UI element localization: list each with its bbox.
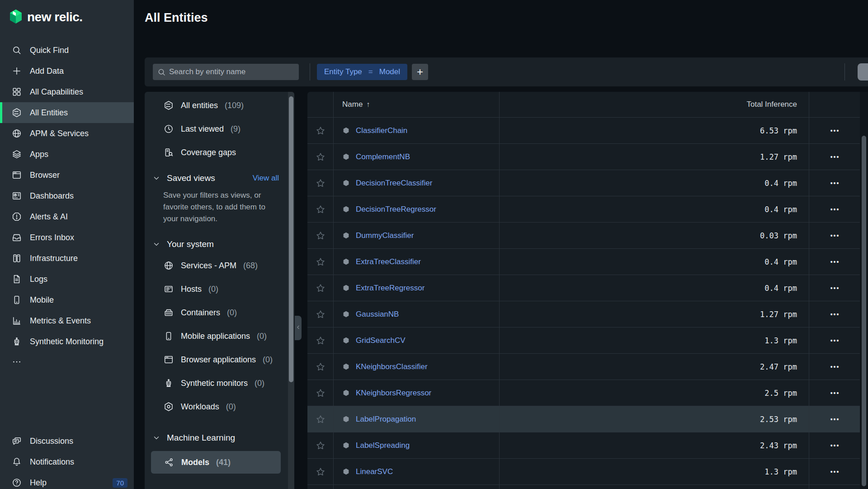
row-actions-button[interactable]: ••• — [809, 249, 868, 275]
sidebar-item-synthetic-monitoring[interactable]: Synthetic Monitoring — [0, 331, 134, 352]
sidebar-item-browser[interactable]: Browser — [0, 165, 134, 185]
filter-panel-scrollbar[interactable] — [288, 92, 294, 489]
sidebar-item-logs[interactable]: Logs — [0, 269, 134, 290]
favorite-star-icon[interactable] — [307, 432, 334, 458]
table-header-row: Name ↑ Total Inference — [307, 92, 868, 118]
favorite-star-icon[interactable] — [307, 354, 334, 380]
sidebar-item-errors-inbox[interactable]: Errors Inbox — [0, 227, 134, 248]
browser-window-icon — [163, 354, 174, 365]
sidebar-item-all-entities[interactable]: All Entities — [0, 102, 134, 123]
entity-link[interactable]: DummyClassifier — [356, 231, 414, 240]
favorite-star-icon[interactable] — [307, 118, 334, 143]
entity-type-filter-chip[interactable]: Entity Type = Model — [317, 64, 407, 80]
favorite-star-icon[interactable] — [307, 301, 334, 327]
entity-link[interactable]: ComplementNB — [356, 152, 410, 161]
row-actions-button[interactable]: ••• — [809, 328, 868, 353]
filter-item-coverage-gaps[interactable]: Coverage gaps — [145, 141, 288, 164]
saved-views-section-header[interactable]: Saved views View all — [145, 169, 288, 188]
entity-link[interactable]: ExtraTreeClassifier — [356, 257, 421, 266]
favorite-star-icon[interactable] — [307, 223, 334, 248]
row-actions-button[interactable]: ••• — [809, 196, 868, 222]
layers-icon — [11, 149, 22, 160]
row-actions-button[interactable]: ••• — [809, 275, 868, 301]
favorite-star-icon[interactable] — [307, 380, 334, 406]
entity-name-cell: LabelSpreading — [334, 432, 500, 458]
entity-link[interactable]: LabelPropagation — [356, 415, 416, 424]
view-all-link[interactable]: View all — [253, 174, 279, 183]
entity-link[interactable]: ExtraTreeRegressor — [356, 284, 425, 293]
favorite-star-icon[interactable] — [307, 249, 334, 275]
favorite-star-icon[interactable] — [307, 196, 334, 222]
favorite-star-icon[interactable] — [307, 144, 334, 170]
filter-item-all-entities[interactable]: All entities(109) — [145, 94, 288, 117]
filter-item-last-viewed[interactable]: Last viewed(9) — [145, 117, 288, 141]
favorite-star-icon[interactable] — [307, 328, 334, 353]
favorite-star-icon[interactable] — [307, 459, 334, 484]
sidebar-item-help[interactable]: Help70 — [0, 472, 134, 489]
filter-panel-scrollbar-thumb[interactable] — [289, 96, 293, 382]
row-actions-button[interactable]: ••• — [809, 301, 868, 327]
row-actions-button[interactable]: ••• — [809, 432, 868, 458]
entity-name-cell: GaussianNB — [334, 301, 500, 327]
model-hexagon-icon — [342, 415, 350, 423]
filter-item-mobile-applications[interactable]: Mobile applications(0) — [145, 324, 288, 348]
filter-item-containers[interactable]: Containers(0) — [145, 301, 288, 324]
brand-logo[interactable]: new relic. — [0, 0, 134, 34]
favorite-star-icon[interactable] — [307, 406, 334, 432]
entity-link[interactable]: GaussianNB — [356, 310, 399, 319]
table-scrollbar-thumb[interactable] — [862, 136, 866, 486]
row-actions-button[interactable]: ••• — [809, 118, 868, 143]
row-actions-button[interactable]: ••• — [809, 144, 868, 170]
sidebar-item-dashboards[interactable]: Dashboards — [0, 185, 134, 206]
add-filter-button[interactable]: + — [412, 64, 428, 80]
favorite-star-icon[interactable] — [307, 170, 334, 196]
machine-learning-section-header[interactable]: Machine Learning — [145, 428, 288, 447]
entity-link[interactable]: GridSearchCV — [356, 336, 406, 345]
filter-item-label: All entities — [181, 101, 218, 110]
filter-item-workloads[interactable]: Workloads(0) — [145, 395, 288, 418]
total-inference-cell: 2.53 rpm — [500, 406, 809, 432]
entity-link[interactable]: ClassifierChain — [356, 126, 407, 135]
sidebar-item-apm-services[interactable]: APM & Services — [0, 123, 134, 144]
entity-link[interactable]: KNeighborsClassifier — [356, 362, 428, 371]
sidebar-item-alerts-ai[interactable]: Alerts & AI — [0, 206, 134, 227]
entity-link[interactable]: DecisionTreeRegressor — [356, 205, 436, 214]
sidebar-item-apps[interactable]: Apps — [0, 144, 134, 165]
total-inference-column-header[interactable]: Total Inference — [500, 92, 809, 117]
sidebar-item-quick-find[interactable]: Quick Find — [0, 40, 134, 61]
sidebar-item-discussions[interactable]: Discussions — [0, 431, 134, 451]
filter-item-browser-applications[interactable]: Browser applications(0) — [145, 348, 288, 371]
row-actions-button[interactable]: ••• — [809, 170, 868, 196]
inbox-icon — [11, 232, 22, 243]
filter-item-services-apm[interactable]: Services - APM(68) — [145, 254, 288, 277]
sidebar-item-infrastructure[interactable]: Infrastructure — [0, 248, 134, 269]
row-actions-button[interactable]: ••• — [809, 406, 868, 432]
your-system-section-header[interactable]: Your system — [145, 235, 288, 254]
row-actions-button[interactable]: ••• — [809, 459, 868, 484]
filter-item-count: (0) — [255, 379, 264, 388]
table-row: DecisionTreeRegressor0.4 rpm••• — [307, 196, 868, 223]
sidebar-item-notifications[interactable]: Notifications — [0, 451, 134, 472]
entity-search-input[interactable] — [169, 67, 291, 76]
row-actions-button[interactable]: ••• — [809, 354, 868, 380]
filter-item-synthetic-monitors[interactable]: Synthetic monitors(0) — [145, 371, 288, 395]
panel-collapse-handle[interactable] — [295, 316, 302, 340]
favorite-star-icon[interactable] — [307, 275, 334, 301]
sidebar-more-button[interactable] — [0, 352, 134, 372]
row-actions-button[interactable]: ••• — [809, 223, 868, 248]
sidebar-item-add-data[interactable]: Add Data — [0, 61, 134, 81]
toolbar-right-button[interactable] — [858, 63, 868, 81]
name-column-header[interactable]: Name ↑ — [334, 92, 500, 117]
filter-chip-value: Model — [379, 67, 400, 76]
entity-link[interactable]: LinearSVC — [356, 467, 393, 476]
filter-item-models[interactable]: Models(41) — [151, 451, 281, 474]
row-actions-button[interactable]: ••• — [809, 380, 868, 406]
sidebar-item-metrics-events[interactable]: Metrics & Events — [0, 310, 134, 331]
table-scrollbar[interactable] — [860, 92, 868, 489]
filter-item-hosts[interactable]: Hosts(0) — [145, 277, 288, 301]
entity-link[interactable]: KNeighborsRegressor — [356, 389, 431, 398]
sidebar-item-all-capabilities[interactable]: All Capabilities — [0, 81, 134, 102]
sidebar-item-mobile[interactable]: Mobile — [0, 290, 134, 310]
entity-link[interactable]: DecisionTreeClassifier — [356, 179, 432, 188]
entity-link[interactable]: LabelSpreading — [356, 441, 410, 450]
